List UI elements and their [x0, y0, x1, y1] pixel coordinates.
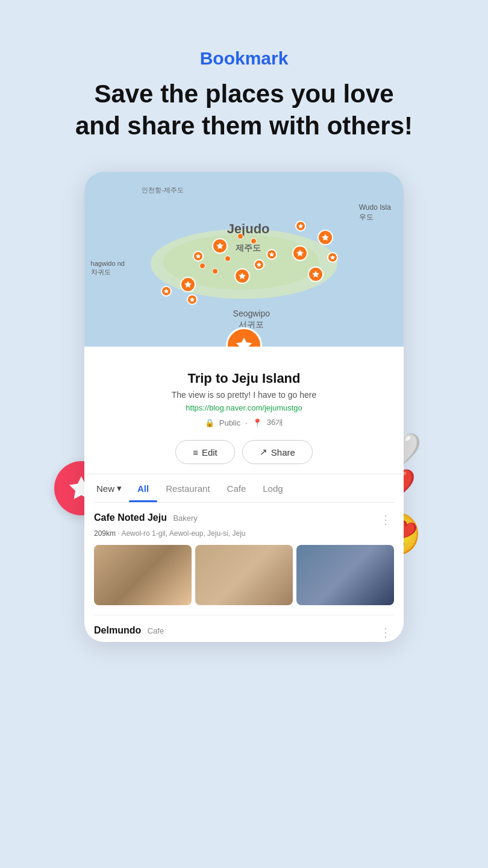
- map-label-wudo: Wudo Isla 우도: [359, 203, 391, 222]
- map-area: 인천항-제주도 Jejudo 제주도 Seogwipo 서귀포 Wudo Isl…: [84, 172, 404, 347]
- chevron-down-icon: ▾: [117, 483, 122, 494]
- map-pin: [295, 221, 306, 231]
- trip-meta: 🔒 Public · 📍 36개: [99, 417, 389, 428]
- trip-title: Trip to Jeju Island: [99, 371, 389, 386]
- list-item: Delmundo Cafe ⋮: [94, 615, 394, 640]
- tab-new[interactable]: New ▾: [94, 474, 129, 502]
- more-options-icon[interactable]: ⋮: [377, 512, 394, 527]
- trip-link[interactable]: https://blog.naver.com/jejumustgo: [99, 403, 389, 412]
- location-icon: 📍: [252, 418, 262, 427]
- lock-icon: 🔒: [205, 418, 214, 427]
- tabs-bar: New ▾ All Restaurant Cafe Lodg: [84, 474, 404, 502]
- tab-lodge[interactable]: Lodg: [254, 475, 291, 502]
- action-buttons: ≡ Edit ↗ Share: [99, 440, 389, 474]
- map-pin-dot: [212, 268, 218, 274]
- map-label-incheon: 인천항-제주도: [142, 186, 184, 195]
- item-photo-2: [195, 545, 293, 605]
- map-pin: [187, 294, 198, 305]
- map-pin: [308, 266, 324, 282]
- map-pin: [266, 249, 277, 260]
- phone-card: 인천항-제주도 Jejudo 제주도 Seogwipo 서귀포 Wudo Isl…: [84, 172, 404, 642]
- item-address: 209km · Aewol-ro 1-gil, Aewol-eup, Jeju-…: [94, 529, 394, 538]
- map-pin: [318, 230, 333, 245]
- more-options-icon[interactable]: ⋮: [377, 625, 394, 640]
- tab-all[interactable]: All: [129, 475, 157, 502]
- map-label-jejudo: Jejudo 제주도: [227, 221, 270, 256]
- map-pin: [180, 277, 196, 292]
- share-icon: ↗: [260, 447, 267, 458]
- map-pin: [161, 286, 172, 297]
- map-label-seogwipo: Seogwipo 서귀포: [233, 308, 271, 330]
- item-photo-1: [94, 545, 192, 605]
- list-section: Cafe Noted Jeju Bakery ⋮ 209km · Aewol-r…: [84, 502, 404, 640]
- tab-cafe[interactable]: Cafe: [219, 475, 255, 502]
- map-pin: [292, 245, 308, 261]
- item-category: Cafe: [148, 626, 164, 635]
- map-pin-dot: [199, 263, 205, 269]
- list-item: Cafe Noted Jeju Bakery ⋮ 209km · Aewol-r…: [94, 502, 394, 605]
- bookmark-label: Bookmark: [75, 48, 413, 69]
- tagline: Save the places you love and share them …: [75, 78, 413, 142]
- map-pin: [212, 238, 228, 254]
- item-category: Bakery: [173, 514, 197, 523]
- edit-icon: ≡: [193, 447, 198, 458]
- share-button[interactable]: ↗ Share: [242, 440, 313, 464]
- map-pin: [193, 251, 204, 262]
- map-pin-dot: [251, 238, 257, 244]
- trip-description: The view is so pretty! I have to go here: [99, 390, 389, 400]
- tab-restaurant[interactable]: Restaurant: [157, 475, 218, 502]
- map-pin: [254, 259, 264, 270]
- map-pin-dot: [237, 233, 243, 239]
- item-name: Cafe Noted Jeju: [94, 512, 167, 523]
- map-pin: [234, 268, 250, 284]
- card-body: Trip to Jeju Island The view is so prett…: [84, 347, 404, 474]
- item-name: Delmundo: [94, 625, 141, 635]
- item-photos: [94, 545, 394, 605]
- trip-avatar-star: [226, 327, 262, 347]
- item-photo-3: [296, 545, 394, 605]
- map-label-hagwido: hagwido nd 차귀도: [91, 259, 125, 277]
- edit-button[interactable]: ≡ Edit: [175, 440, 235, 464]
